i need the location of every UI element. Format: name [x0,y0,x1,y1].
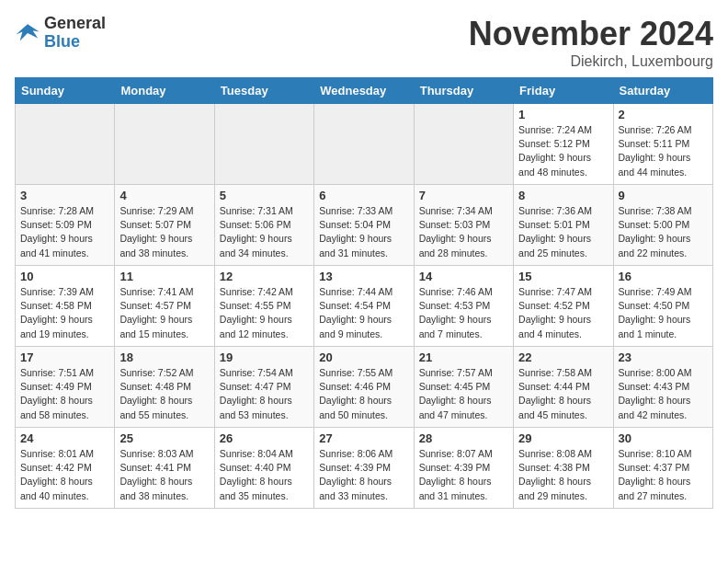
day-cell: 6Sunrise: 7:33 AMSunset: 5:04 PMDaylight… [314,185,414,266]
day-info: Sunrise: 7:24 AMSunset: 5:12 PMDaylight:… [518,123,608,179]
day-cell: 17Sunrise: 7:51 AMSunset: 4:49 PMDayligh… [16,347,115,428]
day-number: 30 [619,431,708,445]
day-cell: 5Sunrise: 7:31 AMSunset: 5:06 PMDaylight… [214,185,313,266]
day-cell: 13Sunrise: 7:44 AMSunset: 4:54 PMDayligh… [314,266,414,347]
day-cell: 30Sunrise: 8:10 AMSunset: 4:37 PMDayligh… [613,428,712,509]
day-number: 23 [619,350,708,364]
day-info: Sunrise: 7:26 AMSunset: 5:11 PMDaylight:… [619,123,708,179]
day-info: Sunrise: 7:47 AMSunset: 4:52 PMDaylight:… [518,285,608,341]
day-number: 6 [319,189,408,202]
day-info: Sunrise: 7:57 AMSunset: 4:45 PMDaylight:… [419,366,508,422]
day-info: Sunrise: 7:55 AMSunset: 4:46 PMDaylight:… [319,366,408,422]
day-info: Sunrise: 7:46 AMSunset: 4:53 PMDaylight:… [419,285,508,341]
day-number: 3 [20,189,109,202]
header-monday: Monday [115,78,214,104]
day-cell: 28Sunrise: 8:07 AMSunset: 4:39 PMDayligh… [414,428,513,509]
day-number: 10 [20,270,109,283]
header-saturday: Saturday [613,78,712,104]
header-tuesday: Tuesday [214,78,313,104]
day-number: 22 [518,350,608,364]
day-cell: 9Sunrise: 7:38 AMSunset: 5:00 PMDaylight… [613,185,712,266]
page-header: General Blue November 2024 Diekirch, Lux… [15,15,713,70]
title-block: November 2024 Diekirch, Luxembourg [469,15,713,70]
week-row-2: 3Sunrise: 7:28 AMSunset: 5:09 PMDaylight… [16,185,713,266]
day-info: Sunrise: 8:07 AMSunset: 4:39 PMDaylight:… [419,447,508,503]
day-number: 29 [518,431,608,445]
header-wednesday: Wednesday [314,78,414,104]
day-info: Sunrise: 7:29 AMSunset: 5:07 PMDaylight:… [119,204,209,260]
day-cell: 8Sunrise: 7:36 AMSunset: 5:01 PMDaylight… [514,185,613,266]
day-info: Sunrise: 7:49 AMSunset: 4:50 PMDaylight:… [619,285,708,341]
header-row: SundayMondayTuesdayWednesdayThursdayFrid… [16,78,713,104]
day-number: 8 [518,189,608,202]
day-info: Sunrise: 8:01 AMSunset: 4:42 PMDaylight:… [20,447,109,503]
day-number: 20 [319,350,408,364]
day-cell: 12Sunrise: 7:42 AMSunset: 4:55 PMDayligh… [214,266,313,347]
day-info: Sunrise: 8:08 AMSunset: 4:38 PMDaylight:… [518,447,608,503]
day-cell: 2Sunrise: 7:26 AMSunset: 5:11 PMDaylight… [613,104,712,185]
location: Diekirch, Luxembourg [469,53,713,70]
day-info: Sunrise: 7:36 AMSunset: 5:01 PMDaylight:… [518,204,608,260]
day-cell [314,104,414,185]
header-sunday: Sunday [16,78,115,104]
day-info: Sunrise: 7:34 AMSunset: 5:03 PMDaylight:… [419,204,508,260]
day-cell: 18Sunrise: 7:52 AMSunset: 4:48 PMDayligh… [115,347,214,428]
day-cell: 22Sunrise: 7:58 AMSunset: 4:44 PMDayligh… [514,347,613,428]
day-info: Sunrise: 7:42 AMSunset: 4:55 PMDaylight:… [220,285,309,341]
day-number: 21 [419,350,508,364]
day-info: Sunrise: 8:00 AMSunset: 4:43 PMDaylight:… [619,366,708,422]
day-number: 19 [220,350,309,364]
day-number: 15 [518,270,608,283]
day-number: 26 [220,431,309,445]
day-cell: 27Sunrise: 8:06 AMSunset: 4:39 PMDayligh… [314,428,414,509]
day-cell: 21Sunrise: 7:57 AMSunset: 4:45 PMDayligh… [414,347,513,428]
day-cell: 3Sunrise: 7:28 AMSunset: 5:09 PMDaylight… [16,185,115,266]
day-info: Sunrise: 7:44 AMSunset: 4:54 PMDaylight:… [319,285,408,341]
day-number: 1 [518,108,608,121]
day-number: 17 [20,350,109,364]
day-cell: 16Sunrise: 7:49 AMSunset: 4:50 PMDayligh… [613,266,712,347]
day-info: Sunrise: 7:41 AMSunset: 4:57 PMDaylight:… [119,285,209,341]
day-cell: 29Sunrise: 8:08 AMSunset: 4:38 PMDayligh… [514,428,613,509]
day-number: 27 [319,431,408,445]
day-cell: 4Sunrise: 7:29 AMSunset: 5:07 PMDaylight… [115,185,214,266]
day-cell: 14Sunrise: 7:46 AMSunset: 4:53 PMDayligh… [414,266,513,347]
logo-general: General [44,15,106,33]
day-number: 16 [619,270,708,283]
week-row-3: 10Sunrise: 7:39 AMSunset: 4:58 PMDayligh… [16,266,713,347]
calendar-table: SundayMondayTuesdayWednesdayThursdayFrid… [15,77,713,509]
header-friday: Friday [514,78,613,104]
month-title: November 2024 [469,15,713,53]
day-number: 12 [220,270,309,283]
day-cell: 1Sunrise: 7:24 AMSunset: 5:12 PMDaylight… [514,104,613,185]
logo-bird-icon [15,20,40,46]
week-row-1: 1Sunrise: 7:24 AMSunset: 5:12 PMDaylight… [16,104,713,185]
day-number: 25 [119,431,209,445]
header-thursday: Thursday [414,78,513,104]
day-cell: 7Sunrise: 7:34 AMSunset: 5:03 PMDaylight… [414,185,513,266]
day-cell: 23Sunrise: 8:00 AMSunset: 4:43 PMDayligh… [613,347,712,428]
day-info: Sunrise: 7:51 AMSunset: 4:49 PMDaylight:… [20,366,109,422]
day-info: Sunrise: 7:28 AMSunset: 5:09 PMDaylight:… [20,204,109,260]
day-number: 24 [20,431,109,445]
day-cell: 25Sunrise: 8:03 AMSunset: 4:41 PMDayligh… [115,428,214,509]
day-info: Sunrise: 7:54 AMSunset: 4:47 PMDaylight:… [220,366,309,422]
day-info: Sunrise: 8:10 AMSunset: 4:37 PMDaylight:… [619,447,708,503]
day-cell [16,104,115,185]
day-cell [115,104,214,185]
day-number: 11 [119,270,209,283]
day-cell: 20Sunrise: 7:55 AMSunset: 4:46 PMDayligh… [314,347,414,428]
day-cell [214,104,313,185]
day-cell: 19Sunrise: 7:54 AMSunset: 4:47 PMDayligh… [214,347,313,428]
week-row-5: 24Sunrise: 8:01 AMSunset: 4:42 PMDayligh… [16,428,713,509]
day-number: 2 [619,108,708,121]
day-number: 4 [119,189,209,202]
logo-text: General Blue [44,15,106,52]
day-number: 9 [619,189,708,202]
day-number: 28 [419,431,508,445]
day-number: 13 [319,270,408,283]
logo-blue: Blue [44,33,106,52]
day-cell: 15Sunrise: 7:47 AMSunset: 4:52 PMDayligh… [514,266,613,347]
day-info: Sunrise: 8:04 AMSunset: 4:40 PMDaylight:… [220,447,309,503]
day-info: Sunrise: 7:58 AMSunset: 4:44 PMDaylight:… [518,366,608,422]
